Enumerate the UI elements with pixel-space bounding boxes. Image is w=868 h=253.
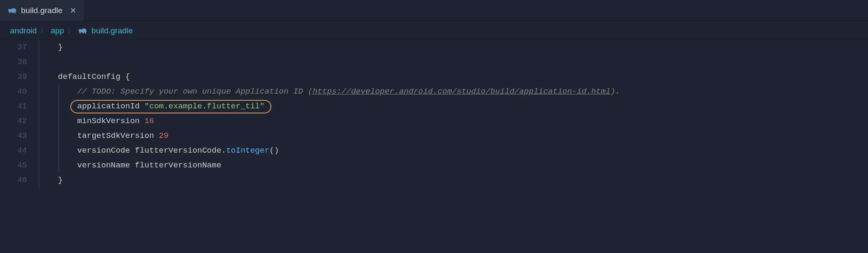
line-number: 40 bbox=[0, 84, 27, 99]
code-line[interactable]: defaultConfig { bbox=[39, 70, 868, 84]
breadcrumb-app[interactable]: app bbox=[51, 26, 64, 35]
code-editor[interactable]: 37383940414243444546 } defaultConfig { /… bbox=[0, 40, 868, 188]
tab-build-gradle[interactable]: build.gradle ✕ bbox=[0, 0, 84, 21]
code-line[interactable]: versionCode flutterVersionCode.toInteger… bbox=[39, 143, 868, 158]
chevron-right-icon: 〉 bbox=[40, 26, 47, 35]
tab-label: build.gradle bbox=[21, 6, 62, 15]
code-area[interactable]: } defaultConfig { // TODO: Specify your … bbox=[39, 40, 868, 188]
line-number: 42 bbox=[0, 114, 27, 129]
code-line[interactable]: targetSdkVersion 29 bbox=[39, 129, 868, 143]
code-line[interactable]: // TODO: Specify your own unique Applica… bbox=[39, 84, 868, 99]
code-line[interactable] bbox=[39, 55, 868, 70]
line-number: 38 bbox=[0, 55, 27, 70]
line-number: 45 bbox=[0, 158, 27, 173]
breadcrumb: android 〉 app 〉 build.gradle bbox=[0, 21, 868, 40]
line-number: 43 bbox=[0, 129, 27, 143]
elephant-icon bbox=[8, 7, 17, 14]
close-icon[interactable]: ✕ bbox=[70, 6, 76, 15]
elephant-icon bbox=[78, 27, 87, 35]
line-gutter: 37383940414243444546 bbox=[0, 40, 39, 188]
highlighted-application-id: applicationId "com.example.flutter_til" bbox=[70, 100, 271, 113]
breadcrumb-android[interactable]: android bbox=[10, 26, 37, 35]
chevron-right-icon: 〉 bbox=[67, 26, 75, 35]
code-line[interactable]: minSdkVersion 16 bbox=[39, 114, 868, 129]
code-line[interactable]: versionName flutterVersionName bbox=[39, 158, 868, 173]
line-number: 39 bbox=[0, 70, 27, 84]
line-number: 37 bbox=[0, 40, 27, 55]
line-number: 46 bbox=[0, 173, 27, 188]
code-line[interactable]: } bbox=[39, 40, 868, 55]
line-number: 44 bbox=[0, 143, 27, 158]
breadcrumb-file[interactable]: build.gradle bbox=[91, 26, 133, 35]
code-line[interactable]: } bbox=[39, 173, 868, 188]
line-number: 41 bbox=[0, 99, 27, 114]
tab-bar: build.gradle ✕ bbox=[0, 0, 868, 21]
code-line[interactable]: applicationId "com.example.flutter_til" bbox=[39, 99, 868, 114]
